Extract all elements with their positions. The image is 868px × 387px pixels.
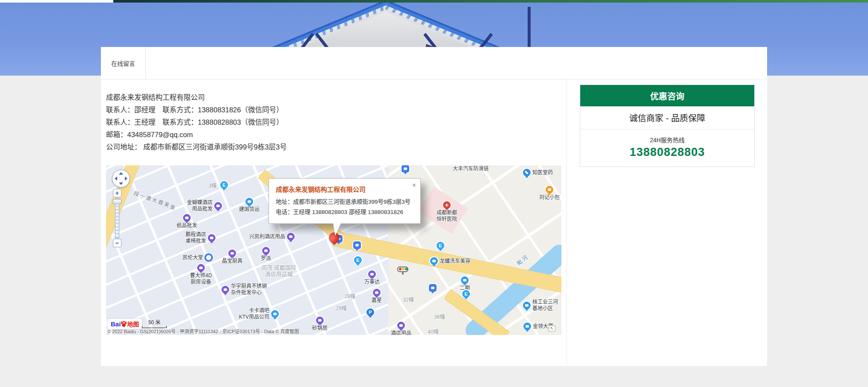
contact-line: 联系人：邵经理 联系方式：13880831826（微信同号） [106, 104, 561, 116]
map-info-window: × 成都永来发钢结构工程有限公司 地址：成都市新都区三河街道承顺街399号9栋3… [269, 178, 421, 224]
zoom-out-button[interactable]: − [113, 239, 121, 247]
info-window-title: 成都永来发钢结构工程有限公司 [276, 185, 413, 194]
poi-icon [429, 284, 437, 292]
contact-line-text: 邮箱：434858779@qq.com [106, 131, 193, 138]
poi-icon [461, 276, 469, 284]
poi-label: 刘记小包 [539, 194, 560, 201]
poi-label: 嘉星 [372, 297, 382, 304]
zoom-slider-track[interactable] [115, 198, 119, 238]
poi-icon [366, 308, 374, 316]
poi-icon [523, 322, 531, 330]
contact-line: 邮箱：434858779@qq.com [106, 129, 561, 141]
poi-label: 金蝴蝶酒店 用品批发 [187, 199, 213, 212]
baidu-logo-map-word: 地图 [127, 320, 139, 328]
hotline-label: 24H服务热线 [580, 135, 754, 144]
top-strip [0, 0, 868, 3]
poi-label: 大丰汽车防滑链 [453, 166, 489, 172]
map-pan-control[interactable] [112, 170, 130, 188]
poi-icon [402, 165, 409, 173]
compass-icon[interactable]: ↖ [549, 325, 555, 331]
info-window-phone: 电话：王经理 13880828803 邵经理 13880831826 [276, 207, 413, 217]
poi-icon [354, 256, 362, 264]
poi-icon [316, 317, 324, 324]
tab-strip: 在线留言 [101, 47, 767, 79]
poi-label: 兴凯利酒店用品 [249, 234, 285, 240]
poi-icon [220, 181, 228, 189]
zoom-slider-handle[interactable] [113, 199, 121, 204]
contact-line: 公司地址： 成都市新都区三河街道承顺街399号9栋3层3号 [106, 141, 561, 153]
top-strip-white [0, 0, 113, 3]
poi-icon [443, 201, 451, 209]
contact-line-text: 联系人：王经理 联系方式：13880828803（微信同号） [106, 118, 283, 126]
poi-icon [206, 255, 211, 260]
info-window-close-icon[interactable]: × [412, 182, 416, 189]
poi-label: 卡卡酒吧 KTV用品公司 [239, 308, 269, 320]
poi-icon [214, 202, 222, 210]
poi-icon [430, 257, 438, 265]
map-scale-bar [142, 326, 167, 328]
contact-line: 联系人：王经理 联系方式：13880828803（微信同号） [106, 116, 561, 129]
poi-label: 成都新都 恒轩医院 [437, 210, 457, 223]
poi-icon [183, 214, 191, 222]
poi-label: 华宇厨具不锈钢 杂件批发中心 [231, 283, 267, 296]
poi-label: 纸品批发 [177, 223, 197, 229]
poi-icon [353, 241, 361, 249]
poi-icon [197, 264, 205, 272]
poi-label: 28幢 [344, 293, 355, 300]
poi-icon [271, 310, 279, 318]
pan-up-icon[interactable] [119, 172, 123, 175]
poi-label: 40幢 [428, 329, 438, 335]
poi-icon [287, 233, 295, 240]
poi-label: 知医堂药 [532, 170, 553, 176]
zoom-in-button[interactable]: + [113, 189, 121, 197]
baidu-paw-icon [121, 321, 127, 327]
poi-label: 万事达 [364, 279, 380, 285]
poi-label: 曹大师4D 厨房设备 [190, 273, 212, 285]
contact-line-text: 公司地址： 成都市新都区三河街道承顺街399号9栋3层3号 [106, 143, 287, 151]
poi-label: 36幢 [434, 314, 445, 320]
poi-label: 核工业三河 基地小区 [532, 299, 558, 312]
poi-label: 酒店用品 [391, 330, 411, 335]
baidu-logo-bai: Bai [111, 320, 121, 328]
map-scale: 50 米 [142, 318, 167, 328]
consult-box-slogan: 诚信商家 - 品质保障 [580, 106, 754, 129]
main-column: 成都永来发钢结构工程有限公司 联系人：邵经理 联系方式：13880831826（… [101, 79, 567, 366]
poi-label: 鹏程酒店 桌椅批发 [186, 232, 206, 244]
tab-online-message-label: 在线留言 [111, 59, 135, 67]
sidebar: 优惠咨询 诚信商家 - 品质保障 24H服务热线 13880828803 [567, 79, 767, 366]
poi-icon [437, 242, 444, 249]
poi-label: 32幢 [403, 297, 413, 303]
poi-icon [368, 270, 376, 278]
baidu-logo[interactable]: Bai 地图 [108, 319, 142, 329]
poi-label: 润茂.成都国际 酒店用品城 [261, 264, 296, 277]
pan-right-icon[interactable] [125, 176, 127, 181]
consult-box: 优惠咨询 诚信商家 - 品质保障 24H服务热线 13880828803 [580, 85, 755, 167]
poi-label: 3幢 [209, 183, 217, 189]
poi-icon [462, 290, 470, 298]
contact-block: 成都永来发钢结构工程有限公司 联系人：邵经理 联系方式：13880831826（… [106, 91, 561, 153]
consult-box-header: 优惠咨询 [580, 85, 754, 106]
info-window-address: 地址：成都市新都区三河街道承顺街399号9栋3层3号 [276, 197, 413, 207]
hotline-section: 24H服务热线 13880828803 [580, 129, 754, 167]
poi-label: 凯伦大堂 [183, 255, 203, 261]
poi-icon [397, 322, 405, 329]
pan-down-icon[interactable] [119, 182, 123, 185]
poi-icon [208, 234, 216, 242]
baidu-map[interactable]: 金芙蓉大道一段 3幢 金蝴蝶酒店 用品批发 建国货运 [106, 165, 561, 335]
poi-icon [523, 302, 531, 309]
content-panel: 在线留言 成都永来发钢结构工程有限公司 联系人：邵经理 联系方式：1388083… [101, 47, 767, 366]
hotline-number: 13880828803 [580, 146, 754, 159]
pan-left-icon[interactable] [115, 176, 117, 181]
poi-label: 罗派 [261, 255, 271, 262]
poi-label: 29幢 [336, 305, 346, 312]
poi-icon [397, 267, 408, 272]
poi-icon [546, 186, 553, 194]
poi-label: 建国货运 [239, 206, 260, 213]
poi-icon [523, 169, 531, 176]
contact-line-text: 联系人：邵经理 联系方式：13880831826（微信同号） [106, 106, 283, 114]
poi-icon [245, 198, 253, 205]
poi-icon [228, 249, 236, 257]
tab-online-message[interactable]: 在线留言 [101, 47, 146, 79]
poi-icon [221, 286, 229, 293]
poi-icon [262, 247, 270, 255]
